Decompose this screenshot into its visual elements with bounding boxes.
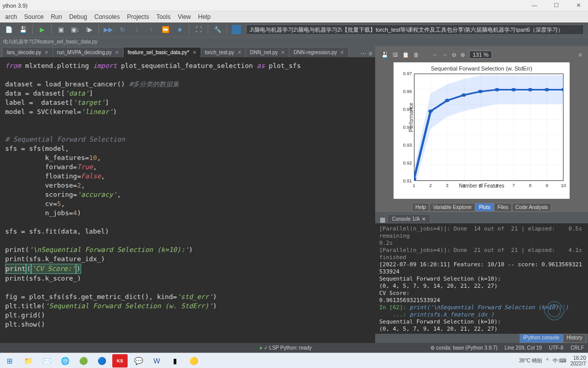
start-button[interactable]: ⊞ xyxy=(2,354,17,367)
right-pane-tabs: HelpVariable ExplorerPlotsFilesCode Anal… xyxy=(375,202,588,212)
status-conda[interactable]: ⚙ conda: base (Python 3.9.7) xyxy=(430,345,498,351)
pane-tab[interactable]: Plots xyxy=(475,203,494,212)
debug-icon[interactable]: ▶▶ xyxy=(102,24,115,35)
console-bottom-tab[interactable]: IPython console xyxy=(520,334,563,343)
editor-tab[interactable]: torch_test.py✕ xyxy=(201,47,246,57)
close-icon[interactable]: ✕ xyxy=(115,50,119,55)
pane-tab[interactable]: Variable Explorer xyxy=(429,203,475,212)
main-toolbar: 📄 💾 ▶ ▣ ▣↓ I▶ ▶▶ ↻ ↓ ↑ ⏩ ■ ⛶ 🔧 J\脑电与机器学习… xyxy=(0,22,588,37)
status-encoding[interactable]: UTF-8 xyxy=(549,345,564,351)
close-button[interactable]: ✕ xyxy=(571,2,585,9)
menu-item[interactable]: Tools xyxy=(153,12,174,21)
pane-tab[interactable]: Files xyxy=(494,203,512,212)
status-bar: ● ✓ LSP Python: ready ⚙ conda: base (Pyt… xyxy=(0,343,588,353)
menu-item[interactable]: Help xyxy=(195,12,214,21)
preferences-icon[interactable]: 🔧 xyxy=(211,24,224,35)
taskbar-app-icon[interactable]: 🟢 xyxy=(76,354,91,367)
save-plot-icon[interactable]: 💾 xyxy=(381,52,388,58)
close-icon[interactable]: ✕ xyxy=(281,50,285,55)
tray-ime[interactable]: 中 ⌨ xyxy=(553,357,567,364)
continue-icon[interactable]: ⏩ xyxy=(159,24,172,35)
svg-point-3 xyxy=(461,94,466,97)
zoom-in-icon[interactable]: ⊕ xyxy=(460,52,465,58)
console-bottom-tab[interactable]: History xyxy=(563,334,586,343)
status-cursor-pos: Line 209, Col 19 xyxy=(505,345,542,351)
zoom-level[interactable]: 131 % xyxy=(469,51,492,59)
maximize-button[interactable]: ☐ xyxy=(549,2,564,9)
stop-debug-icon[interactable]: ■ xyxy=(173,24,186,35)
run-cell-advance-icon[interactable]: ▣↓ xyxy=(68,24,82,35)
new-file-icon[interactable]: 📄 xyxy=(2,24,15,35)
editor-tab[interactable]: DNN_net.py✕ xyxy=(246,47,289,57)
editor-tab[interactable]: DNN-regression.py✕ xyxy=(289,47,349,57)
debug-step-icon[interactable]: ↻ xyxy=(116,24,129,35)
close-icon[interactable]: ✕ xyxy=(44,50,48,55)
menu-item[interactable]: arch xyxy=(2,12,20,21)
close-icon[interactable]: ✕ xyxy=(422,216,426,222)
taskbar-app-icon[interactable]: 💬 xyxy=(131,354,146,367)
plot-figure[interactable]: Sequential Forward Selection (w. StdErr)… xyxy=(394,62,570,199)
svg-point-6 xyxy=(511,88,516,91)
working-directory-input[interactable]: J\脑电与机器学习2\脑电与机器学习2\【批量下载】torch_test等\课程… xyxy=(246,25,584,35)
editor-tab[interactable]: lars_decode.py✕ xyxy=(2,47,53,57)
console-tabs: ▦ Console 1/A ✕ xyxy=(375,212,588,223)
taskbar-app-icon[interactable]: ▮ xyxy=(167,354,183,367)
minimize-button[interactable]: — xyxy=(527,2,542,9)
taskbar-app-icon[interactable]: 🌐 xyxy=(57,354,72,367)
browse-tabs-icon[interactable]: ⋯ xyxy=(360,50,366,57)
run-icon[interactable]: ▶ xyxy=(35,24,48,35)
prev-plot-icon[interactable]: ← xyxy=(432,52,438,58)
taskbar-app-icon[interactable]: KS xyxy=(112,354,128,367)
maximize-pane-icon[interactable]: ⛶ xyxy=(192,24,205,35)
close-icon[interactable]: ✕ xyxy=(237,50,241,55)
window-titlebar: ython 3.9) — ☐ ✕ xyxy=(0,0,588,11)
delete-plot-icon[interactable]: 🗑 xyxy=(413,52,419,58)
svg-point-5 xyxy=(495,88,499,91)
tray-weather[interactable]: 38°C 晴朗 xyxy=(519,357,542,364)
menu-item[interactable]: Source xyxy=(21,12,46,21)
python-path-icon[interactable] xyxy=(230,24,243,35)
svg-point-8 xyxy=(545,88,549,91)
console-tab[interactable]: Console 1/A ✕ xyxy=(387,214,430,223)
close-icon[interactable]: ✕ xyxy=(340,50,344,55)
hamburger-icon[interactable]: ≡ xyxy=(579,52,582,58)
menu-item[interactable]: Projects xyxy=(124,12,152,21)
step-out-icon[interactable]: ↑ xyxy=(144,24,158,35)
console-menu-icon[interactable]: ▦ xyxy=(377,216,387,223)
window-title: ython 3.9) xyxy=(3,3,28,9)
save-icon[interactable]: 💾 xyxy=(16,24,30,35)
taskbar-app-icon[interactable]: ✉️ xyxy=(39,354,54,367)
windows-taskbar: ⊞ 📁 ✉️ 🌐 🟢 🔵 KS 💬 W ▮ 🟡 38°C 晴朗 ^ 中 ⌨ 16… xyxy=(0,353,588,368)
options-icon[interactable]: ≡ xyxy=(369,50,372,57)
taskbar-app-icon[interactable]: 🔵 xyxy=(94,354,109,367)
pane-tab[interactable]: Help xyxy=(412,203,430,212)
pane-tab[interactable]: Code Analysis xyxy=(512,203,551,212)
menu-item[interactable]: Debug xyxy=(66,12,90,21)
step-into-icon[interactable]: ↓ xyxy=(130,24,143,35)
svg-point-4 xyxy=(478,90,483,93)
plot-title: Sequential Forward Selection (w. StdErr) xyxy=(396,64,568,73)
status-eol[interactable]: CRLF xyxy=(571,345,584,351)
run-cell-icon[interactable]: ▣ xyxy=(54,24,67,35)
taskbar-app-icon[interactable]: 📁 xyxy=(20,354,36,367)
editor-tab[interactable]: run_MVPA_decoding.py✕ xyxy=(53,47,124,57)
breadcrumb-path: 电与机器学习2\feature_sel_basic_data.py xyxy=(3,38,97,45)
status-lsp: ● ✓ LSP Python: ready xyxy=(259,345,312,351)
menu-bar: archSourceRunDebugConsolesProjectsToolsV… xyxy=(0,11,588,22)
code-editor[interactable]: from mlxtend.plotting import plot_sequen… xyxy=(0,57,375,343)
taskbar-app-icon[interactable]: W xyxy=(149,354,164,367)
menu-item[interactable]: Run xyxy=(47,12,65,21)
taskbar-app-icon[interactable]: 🟡 xyxy=(186,354,201,367)
system-tray[interactable]: 38°C 晴朗 ^ 中 ⌨ 16:202022/7 xyxy=(519,355,586,366)
menu-item[interactable]: View xyxy=(175,12,194,21)
close-icon[interactable]: ✕ xyxy=(192,50,197,55)
plot-pane: 💾 🖫 📋 🗑 ← → ⊖ ⊕ 131 % ≡ Sequential Forwa… xyxy=(375,46,588,202)
zoom-out-icon[interactable]: ⊖ xyxy=(452,52,456,58)
editor-tab[interactable]: feature_sel_basic_data.py*✕ xyxy=(123,47,201,57)
menu-item[interactable]: Consoles xyxy=(91,12,123,21)
console-output[interactable]: [Parallel(n_jobs=4)]: Done 14 out of 21 … xyxy=(375,223,588,334)
run-selection-icon[interactable]: I▶ xyxy=(83,24,96,35)
next-plot-icon[interactable]: → xyxy=(442,52,448,58)
save-all-plots-icon[interactable]: 🖫 xyxy=(393,52,398,58)
copy-plot-icon[interactable]: 📋 xyxy=(402,52,409,58)
